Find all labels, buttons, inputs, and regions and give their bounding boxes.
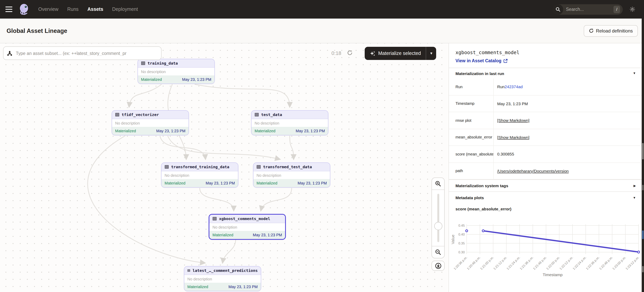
svg-text:0.40: 0.40: [458, 233, 465, 236]
asset-node-transformed_test_data[interactable]: transformed_test_data No description Mat…: [253, 162, 330, 188]
nav-runs[interactable]: Runs: [67, 7, 78, 12]
asset-node-header: tfidf_vectorizer: [112, 111, 188, 119]
materialized-timestamp: May 23, 1:23 PM: [253, 233, 282, 237]
table-icon: [254, 113, 259, 117]
asset-node-footer: Materialized May 23, 1:23 PM: [112, 127, 188, 135]
asset-node-latest_…_comment_predictions[interactable]: latest_…_comment_predictions No descript…: [184, 266, 261, 291]
asset-node-header: transformed_training_data: [162, 163, 238, 171]
asset-node-name: tfidf_vectorizer: [122, 113, 159, 117]
dagster-app: Overview Runs Assets Deployment Search..…: [0, 0, 644, 292]
asset-node-test_data[interactable]: test_data No description Materialized Ma…: [251, 110, 328, 135]
svg-text:Timestamp: Timestamp: [542, 272, 562, 277]
asset-node-tfidf_vectorizer[interactable]: tfidf_vectorizer No description Material…: [112, 110, 189, 135]
main-nav: Overview Runs Assets Deployment: [38, 7, 138, 12]
asset-node-transformed_training_data[interactable]: transformed_training_data No description…: [161, 162, 238, 188]
download-icon: [435, 262, 441, 269]
asset-subset-input[interactable]: [15, 51, 158, 56]
asset-node-header: training_data: [138, 59, 214, 68]
external-link-icon: [504, 59, 508, 63]
refresh-icon[interactable]: [347, 50, 353, 56]
asset-node-header: test_data: [252, 111, 328, 119]
settings-gear-icon[interactable]: [629, 6, 636, 12]
download-view-button[interactable]: [432, 261, 445, 271]
asset-node-header: latest_…_comment_predictions: [184, 266, 261, 275]
table-icon: [212, 217, 217, 221]
zoom-in-button[interactable]: [432, 178, 444, 190]
view-in-asset-catalog-link[interactable]: View in Asset Catalog: [456, 58, 642, 63]
asset-node-name: xgboost_comments_model: [219, 217, 270, 221]
metadata-value: 0.300855: [497, 152, 514, 156]
asset-node-xgboost_comments_model[interactable]: xgboost_comments_model No description Ma…: [208, 214, 286, 240]
sparkle-icon: [370, 51, 376, 56]
asset-node-training_data[interactable]: training_data No description Materialize…: [138, 59, 215, 84]
svg-text:Value: Value: [451, 234, 455, 244]
metadata-value-link[interactable]: /Users/odetteharary/Documents/version: [497, 169, 569, 173]
asset-graph-icon: [7, 51, 12, 56]
asset-node-name: transformed_test_data: [263, 165, 312, 169]
materialize-dropdown-caret[interactable]: ▼: [426, 52, 436, 55]
search-icon: [553, 4, 563, 15]
zoom-out-button[interactable]: [432, 246, 444, 258]
zoom-control: [432, 177, 445, 258]
metadata-row-value: Run 242374ad: [493, 79, 642, 95]
svg-text:0.35: 0.35: [458, 241, 465, 245]
top-nav: Overview Runs Assets Deployment Search..…: [0, 0, 644, 19]
materialized-timestamp: May 23, 1:23 PM: [296, 129, 325, 133]
chevron-down-icon: ▼: [633, 196, 636, 199]
materialized-status: Materialized: [187, 285, 208, 289]
asset-node-footer: Materialized May 23, 1:23 PM: [252, 127, 328, 135]
materialize-selected-button[interactable]: Materialize selected ▼: [365, 47, 436, 60]
metadata-row-label: rmse plot: [449, 112, 493, 129]
metadata-table: Run Run 242374ad Timestamp May 23, 1:23 …: [449, 79, 642, 179]
metadata-row-label: score (mean_absolute_error): [449, 146, 493, 162]
reload-definitions-button[interactable]: Reload definitions: [584, 25, 638, 37]
materialized-timestamp: May 23, 1:23 PM: [156, 129, 186, 133]
metadata-row-label: mean_absolute_error plot: [449, 129, 493, 145]
svg-text:1:22:48 p.m.: 1:22:48 p.m.: [598, 255, 613, 270]
sidebar-asset-name: xgboost_comments_model: [456, 50, 642, 55]
nav-deployment[interactable]: Deployment: [112, 7, 138, 12]
dagster-logo-icon[interactable]: [18, 3, 30, 16]
zoom-slider-handle[interactable]: [434, 222, 442, 230]
table-icon: [256, 165, 261, 169]
svg-text:1:21:36 p.m.: 1:21:36 p.m.: [519, 255, 534, 270]
asset-subset-filter[interactable]: [3, 46, 162, 60]
reload-icon: [588, 28, 594, 33]
section-system-tags[interactable]: Materialization system tags ▶: [449, 179, 642, 191]
search-input[interactable]: Search... /: [553, 4, 623, 15]
nav-assets[interactable]: Assets: [88, 7, 103, 12]
metadata-value-link[interactable]: [Show Markdown]: [497, 135, 530, 140]
materialized-status: Materialized: [115, 129, 136, 133]
metadata-row-label: Run: [449, 79, 493, 95]
lineage-graph-panel[interactable]: training_data No description Materialize…: [0, 43, 448, 292]
asset-node-name: transformed_training_data: [171, 165, 229, 169]
svg-text:1:22:00 p.m.: 1:22:00 p.m.: [546, 255, 560, 270]
asset-node-footer: Materialized May 23, 1:23 PM: [210, 231, 285, 239]
zoom-slider[interactable]: [432, 190, 444, 246]
materialized-timestamp: May 23, 1:23 PM: [206, 181, 235, 185]
nav-overview[interactable]: Overview: [38, 7, 58, 12]
metadata-value-link[interactable]: [Show Markdown]: [497, 118, 530, 123]
table-icon: [187, 268, 190, 273]
menu-icon[interactable]: [6, 7, 12, 12]
metadata-row: score (mean_absolute_error) 0.300855: [449, 146, 642, 163]
asset-node-description: No description: [162, 171, 238, 179]
svg-text:1:20:36 p.m.: 1:20:36 p.m.: [453, 255, 468, 270]
materialized-status: Materialized: [212, 233, 233, 237]
metadata-row-value: /Users/odetteharary/Documents/version: [493, 163, 642, 179]
asset-node-description: No description: [254, 171, 330, 179]
section-metadata-plots[interactable]: Metadata plots ▼: [449, 191, 642, 203]
asset-node-name: training_data: [148, 61, 178, 65]
asset-node-description: No description: [252, 119, 328, 127]
chart-title: score (mean_absolute_error): [449, 203, 642, 214]
score-line-chart: 1:20:36 p.m.1:20:48 p.m.1:21:00 p.m.1:21…: [449, 214, 642, 285]
svg-text:1:22:12 p.m.: 1:22:12 p.m.: [559, 255, 574, 270]
materialized-status: Materialized: [141, 77, 162, 82]
asset-node-header: transformed_test_data: [254, 163, 330, 171]
metadata-row-value: 0.300855: [493, 146, 642, 162]
metadata-value-link[interactable]: 242374ad: [505, 85, 523, 89]
section-materialization-last-run[interactable]: Materialization in last run ▼: [449, 68, 642, 79]
metadata-row-value: May 23, 1:23 PM: [493, 95, 642, 112]
page-title: Global Asset Lineage: [6, 27, 67, 34]
window-edge-strip: [642, 19, 644, 292]
